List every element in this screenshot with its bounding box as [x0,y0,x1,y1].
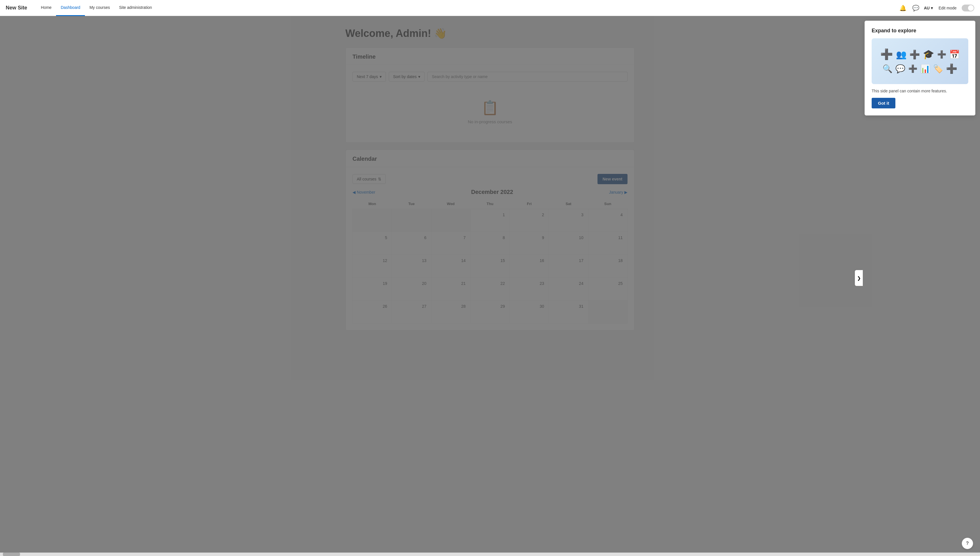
explore-popup-title: Expand to explore [872,28,968,34]
user-menu-chevron: ▾ [931,6,933,10]
nav-site-admin[interactable]: Site administration [114,0,156,16]
edit-mode-toggle[interactable] [962,5,974,11]
messages-icon[interactable]: 💬 [911,3,920,13]
explore-popup-desc: This side panel can contain more feature… [872,89,968,93]
navbar-right: 🔔 💬 AU ▾ Edit mode [898,3,974,13]
nav-home[interactable]: Home [36,0,56,16]
notifications-icon[interactable]: 🔔 [898,3,907,13]
user-badge-text: AU [924,6,930,10]
explore-popup-image: ➕ 👥 ➕ 🎓 ➕ 📅 🔍 💬 ➕ 📊 🏷️ ➕ [872,38,968,84]
help-button[interactable]: ? [962,538,973,549]
edit-mode-label: Edit mode [938,6,957,10]
page-overlay [0,16,980,556]
got-it-button[interactable]: Got it [872,98,895,108]
panel-collapse-button[interactable]: ❯ [855,270,863,286]
site-brand: New Site [6,5,27,11]
explore-popup: Expand to explore ➕ 👥 ➕ 🎓 ➕ 📅 🔍 💬 ➕ 📊 🏷️… [864,21,975,116]
side-panel: Expand to explore ➕ 👥 ➕ 🎓 ➕ 📅 🔍 💬 ➕ 📊 🏷️… [860,16,980,120]
bottom-scrollbar[interactable] [0,553,980,556]
navbar: New Site Home Dashboard My courses Site … [0,0,980,16]
user-menu-button[interactable]: AU ▾ [924,6,933,10]
chevron-right-icon: ❯ [857,275,861,281]
scrollbar-thumb[interactable] [3,553,20,556]
nav-my-courses[interactable]: My courses [85,0,114,16]
nav-dashboard[interactable]: Dashboard [56,0,85,16]
nav-links: Home Dashboard My courses Site administr… [36,0,898,16]
